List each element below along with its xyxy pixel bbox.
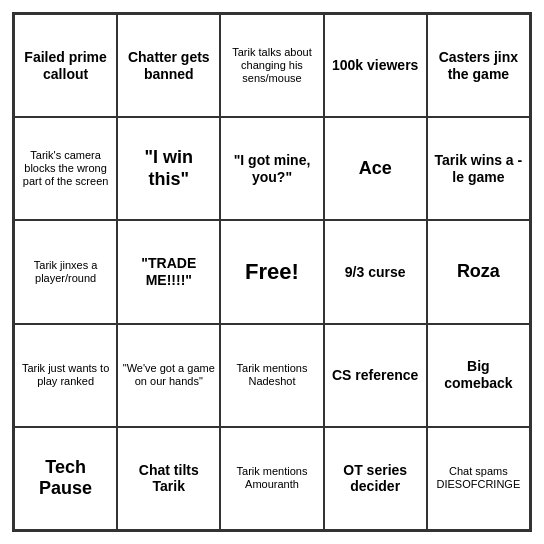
cell-text-r0c1: Chatter gets banned bbox=[122, 49, 215, 83]
cell-text-r4c2: Tarik mentions Amouranth bbox=[225, 465, 318, 491]
cell-r0c0[interactable]: Failed prime callout bbox=[14, 14, 117, 117]
cell-text-r1c1: "I win this" bbox=[122, 147, 215, 190]
cell-r3c1[interactable]: "We've got a game on our hands" bbox=[117, 324, 220, 427]
cell-r0c2[interactable]: Tarik talks about changing his sens/mous… bbox=[220, 14, 323, 117]
cell-text-r2c4: Roza bbox=[457, 261, 500, 283]
cell-r0c4[interactable]: Casters jinx the game bbox=[427, 14, 530, 117]
cell-r3c0[interactable]: Tarik just wants to play ranked bbox=[14, 324, 117, 427]
cell-r1c2[interactable]: "I got mine, you?" bbox=[220, 117, 323, 220]
cell-text-r0c2: Tarik talks about changing his sens/mous… bbox=[225, 46, 318, 86]
cell-r4c3[interactable]: OT series decider bbox=[324, 427, 427, 530]
cell-text-r4c1: Chat tilts Tarik bbox=[122, 462, 215, 496]
cell-text-r0c0: Failed prime callout bbox=[19, 49, 112, 83]
cell-r0c3[interactable]: 100k viewers bbox=[324, 14, 427, 117]
cell-r4c1[interactable]: Chat tilts Tarik bbox=[117, 427, 220, 530]
cell-r1c0[interactable]: Tarik's camera blocks the wrong part of … bbox=[14, 117, 117, 220]
cell-text-r0c3: 100k viewers bbox=[332, 57, 418, 74]
cell-r1c1[interactable]: "I win this" bbox=[117, 117, 220, 220]
cell-text-r1c4: Tarik wins a - le game bbox=[432, 152, 525, 186]
cell-r1c4[interactable]: Tarik wins a - le game bbox=[427, 117, 530, 220]
cell-text-r3c3: CS reference bbox=[332, 367, 418, 384]
bingo-board: Failed prime calloutChatter gets bannedT… bbox=[12, 12, 532, 532]
cell-r1c3[interactable]: Ace bbox=[324, 117, 427, 220]
cell-text-r2c3: 9/3 curse bbox=[345, 264, 406, 281]
cell-r2c3[interactable]: 9/3 curse bbox=[324, 220, 427, 323]
cell-r3c4[interactable]: Big comeback bbox=[427, 324, 530, 427]
cell-text-r3c0: Tarik just wants to play ranked bbox=[19, 362, 112, 388]
cell-text-r1c3: Ace bbox=[359, 158, 392, 180]
cell-r4c4[interactable]: Chat spams DIESOFCRINGE bbox=[427, 427, 530, 530]
cell-text-r2c1: "TRADE ME!!!!" bbox=[122, 255, 215, 289]
cell-r2c4[interactable]: Roza bbox=[427, 220, 530, 323]
cell-text-r0c4: Casters jinx the game bbox=[432, 49, 525, 83]
cell-text-r2c0: Tarik jinxes a player/round bbox=[19, 259, 112, 285]
cell-text-r4c3: OT series decider bbox=[329, 462, 422, 496]
cell-r3c2[interactable]: Tarik mentions Nadeshot bbox=[220, 324, 323, 427]
cell-text-r4c0: Tech Pause bbox=[19, 457, 112, 500]
cell-text-r1c0: Tarik's camera blocks the wrong part of … bbox=[19, 149, 112, 189]
cell-text-r3c1: "We've got a game on our hands" bbox=[122, 362, 215, 388]
cell-text-r3c4: Big comeback bbox=[432, 358, 525, 392]
cell-text-r2c2: Free! bbox=[245, 259, 299, 285]
cell-text-r4c4: Chat spams DIESOFCRINGE bbox=[432, 465, 525, 491]
cell-text-r1c2: "I got mine, you?" bbox=[225, 152, 318, 186]
cell-r2c0[interactable]: Tarik jinxes a player/round bbox=[14, 220, 117, 323]
cell-r4c2[interactable]: Tarik mentions Amouranth bbox=[220, 427, 323, 530]
cell-r4c0[interactable]: Tech Pause bbox=[14, 427, 117, 530]
cell-r2c2[interactable]: Free! bbox=[220, 220, 323, 323]
cell-text-r3c2: Tarik mentions Nadeshot bbox=[225, 362, 318, 388]
cell-r0c1[interactable]: Chatter gets banned bbox=[117, 14, 220, 117]
cell-r3c3[interactable]: CS reference bbox=[324, 324, 427, 427]
cell-r2c1[interactable]: "TRADE ME!!!!" bbox=[117, 220, 220, 323]
